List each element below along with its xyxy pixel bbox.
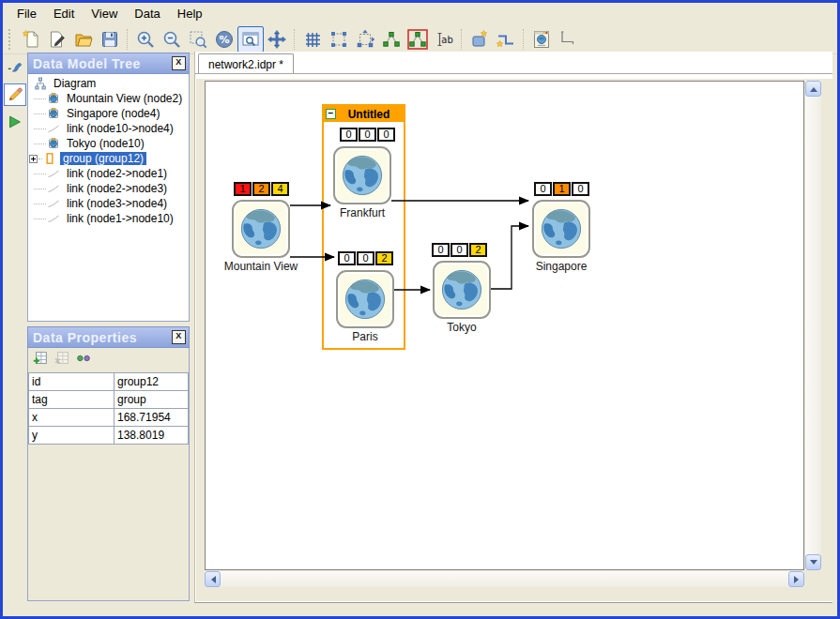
alarm-badge: 0 (357, 251, 374, 265)
property-value[interactable]: 138.8019 (115, 427, 189, 445)
toggle-dots-button[interactable] (75, 350, 92, 370)
property-value[interactable]: group12 (115, 373, 189, 391)
edit-pencil-icon (7, 86, 23, 103)
svg-text:ab: ab (441, 35, 452, 45)
overview-button[interactable] (237, 26, 264, 53)
tree-item-node4[interactable]: Singapore (node4) (28, 106, 189, 121)
label-button[interactable]: ab (431, 26, 457, 53)
tree-item-link[interactable]: link (node10->node4) (28, 121, 189, 136)
close-icon[interactable]: X (172, 330, 186, 344)
open-folder-icon (73, 29, 94, 50)
label-icon: ab (434, 29, 454, 50)
expand-plus-icon[interactable] (29, 155, 38, 163)
node-badges: 0 0 2 (338, 251, 393, 265)
zoom-out-button[interactable] (159, 26, 185, 53)
globe-icon (239, 207, 283, 250)
menu-help[interactable]: Help (169, 4, 211, 23)
property-value[interactable]: 168.71954 (115, 409, 189, 427)
diagram-links (206, 82, 803, 569)
link-icon (47, 182, 60, 195)
symbol-palette-button[interactable] (528, 26, 555, 53)
scroll-right-button[interactable] (788, 571, 804, 587)
edit-document-button[interactable] (44, 26, 70, 53)
tree-layout-button[interactable] (378, 26, 405, 53)
link-style-button[interactable] (555, 26, 581, 53)
alarm-badge: 2 (375, 251, 393, 265)
new-document-button[interactable] (18, 26, 44, 53)
style-brush-icon (7, 59, 23, 76)
pan-button[interactable] (264, 26, 290, 53)
tree-item-link[interactable]: link (node1->node10) (28, 211, 189, 226)
property-value[interactable]: group (115, 391, 189, 409)
menu-data[interactable]: Data (126, 4, 168, 23)
style-brush-button[interactable] (4, 56, 26, 79)
diagram-canvas[interactable]: − Untitled 1 2 4 (205, 81, 804, 570)
grid-button[interactable] (299, 26, 326, 53)
node-singapore[interactable] (532, 200, 590, 258)
scroll-down-button[interactable] (805, 554, 821, 570)
tree-item-node10[interactable]: Tokyo (node10) (28, 136, 189, 151)
collapse-icon[interactable]: − (326, 109, 336, 119)
data-model-tree-titlebar[interactable]: Data Model Tree X (27, 53, 190, 74)
mode-toolbar (3, 53, 27, 601)
scroll-left-button[interactable] (205, 571, 221, 587)
tree-item-link[interactable]: link (node3->node4) (28, 196, 189, 211)
properties-toolbar (28, 348, 189, 372)
alarm-badge: 1 (234, 182, 252, 196)
node-frankfurt[interactable] (333, 146, 391, 204)
scroll-up-button[interactable] (805, 81, 821, 97)
main-toolbar: % ab (3, 24, 837, 54)
selection-icon (328, 29, 349, 50)
node-badges: 0 0 2 (432, 243, 487, 257)
alarm-badge: 0 (572, 182, 589, 196)
horizontal-scrollbar[interactable] (205, 571, 804, 587)
selection-button[interactable] (326, 26, 352, 53)
add-property-button[interactable] (32, 350, 49, 370)
tab-network2[interactable]: network2.idpr * (198, 53, 294, 73)
tree-item-node2[interactable]: Mountain View (node2) (28, 91, 189, 106)
tree-item-link[interactable]: link (node2->node1) (28, 166, 189, 181)
menu-file[interactable]: File (8, 4, 45, 23)
node-paris[interactable] (336, 270, 394, 328)
move-nodes-icon (355, 29, 375, 50)
property-key: id (29, 373, 115, 391)
new-node-button[interactable] (466, 26, 493, 53)
group-header[interactable]: − Untitled (324, 106, 404, 122)
node-badges: 0 0 0 (340, 128, 395, 142)
save-button[interactable] (97, 26, 123, 53)
link-style-icon (557, 29, 578, 50)
zoom-out-icon (161, 29, 182, 50)
run-button[interactable] (4, 111, 26, 133)
zoom-in-button[interactable] (132, 26, 159, 53)
node-label: Mountain View (224, 260, 298, 273)
left-arrow-icon (207, 576, 216, 583)
node-label: Tokyo (447, 321, 476, 334)
node-icon (47, 107, 60, 120)
alarm-badge: 2 (252, 182, 270, 196)
tree-item-diagram[interactable]: Diagram (28, 76, 189, 91)
vertical-scrollbar[interactable] (805, 81, 821, 570)
edit-pencil-button[interactable] (4, 83, 26, 106)
tree-layout-active-button[interactable] (405, 26, 431, 53)
node-tokyo[interactable] (433, 261, 491, 319)
zoom-percent-button[interactable]: % (211, 26, 237, 53)
tree-item-group12[interactable]: group (group12) (28, 151, 189, 166)
alarm-badge: 1 (553, 182, 571, 196)
group-icon (43, 152, 56, 165)
tree-item-link[interactable]: link (node2->node3) (28, 181, 189, 196)
zoom-percent-icon: % (214, 29, 235, 50)
close-icon[interactable]: X (172, 56, 186, 70)
menu-edit[interactable]: Edit (45, 4, 83, 23)
menu-view[interactable]: View (83, 4, 126, 23)
delete-property-button[interactable] (53, 350, 70, 370)
node-mountain-view[interactable] (232, 200, 290, 258)
open-button[interactable] (70, 26, 97, 53)
alarm-badge: 2 (469, 243, 487, 257)
toolbar-separator (294, 29, 296, 50)
data-properties-titlebar[interactable]: Data Properties X (27, 326, 190, 348)
link-tokyo-singapore[interactable] (491, 226, 528, 289)
move-nodes-button[interactable] (352, 26, 378, 53)
new-link-button[interactable] (493, 26, 519, 53)
alarm-badge: 0 (338, 251, 356, 265)
zoom-area-button[interactable] (185, 26, 211, 53)
